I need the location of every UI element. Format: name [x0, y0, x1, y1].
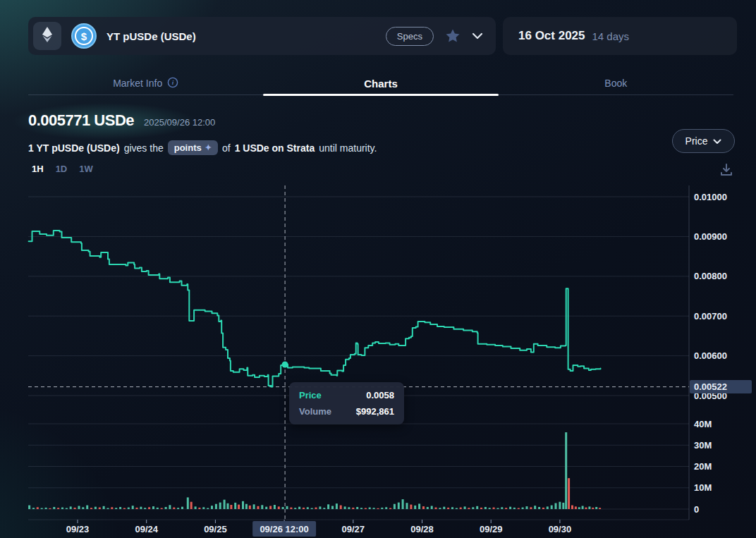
specs-button[interactable]: Specs: [386, 27, 434, 46]
market-title: YT pUSDe (USDe): [106, 30, 196, 42]
tab-book[interactable]: Book: [499, 72, 733, 94]
svg-text:0.00600: 0.00600: [694, 350, 727, 361]
tooltip-volume-value: $992,861: [356, 406, 394, 417]
metric-dropdown[interactable]: Price: [672, 129, 735, 153]
range-1h[interactable]: 1H: [32, 164, 44, 174]
tooltip-volume-label: Volume: [299, 406, 331, 417]
tooltip-price-label: Price: [299, 390, 322, 401]
svg-text:0.00522: 0.00522: [694, 381, 727, 392]
price-timestamp: 2025/09/26 12:00: [144, 117, 215, 128]
svg-text:20M: 20M: [694, 461, 712, 472]
svg-text:0.00800: 0.00800: [694, 271, 727, 281]
range-1d[interactable]: 1D: [56, 164, 68, 174]
usde-coin-icon: $: [71, 23, 97, 49]
favorite-star-icon[interactable]: [445, 28, 461, 44]
svg-text:09/30: 09/30: [549, 524, 572, 534]
chart-tooltip: Price 0.0058 Volume $992,861: [289, 382, 404, 424]
price-volume-chart[interactable]: 0.010000.009000.008000.007000.006000.005…: [0, 182, 756, 538]
svg-text:09/26 12:00: 09/26 12:00: [260, 524, 308, 534]
maturity-days-left: 14 days: [592, 30, 630, 42]
svg-text:40M: 40M: [694, 419, 712, 429]
range-1w[interactable]: 1W: [79, 164, 93, 174]
chevron-down-icon[interactable]: [472, 30, 483, 42]
svg-text:0: 0: [694, 504, 699, 515]
chevron-down-icon: [713, 135, 721, 147]
svg-text:0.00700: 0.00700: [694, 311, 727, 322]
svg-text:30M: 30M: [694, 440, 712, 451]
sparkle-icon: ✦: [205, 143, 212, 152]
dollar-symbol: $: [75, 27, 93, 45]
svg-text:09/24: 09/24: [135, 524, 158, 534]
svg-text:09/29: 09/29: [480, 524, 503, 534]
price-header: 0.005771 USDe 2025/09/26 12:00: [28, 111, 215, 130]
download-icon[interactable]: [719, 163, 733, 180]
svg-text:10M: 10M: [694, 482, 712, 493]
tab-market-info[interactable]: Market Info i: [28, 72, 263, 94]
market-description: 1 YT pUSDe (USDe) gives the points ✦ of …: [28, 140, 377, 155]
svg-text:09/25: 09/25: [204, 524, 227, 534]
info-icon[interactable]: i: [167, 77, 178, 90]
svg-text:0.00900: 0.00900: [694, 231, 727, 242]
tooltip-price-value: 0.0058: [366, 390, 394, 401]
svg-text:i: i: [172, 79, 174, 86]
market-header-card: $ YT pUSDe (USDe) Specs: [28, 17, 496, 55]
svg-text:0.01000: 0.01000: [694, 192, 727, 202]
tab-charts[interactable]: Charts: [263, 72, 498, 94]
range-selector: 1H 1D 1W: [32, 164, 93, 174]
maturity-card: 16 Oct 2025 14 days: [503, 17, 737, 55]
svg-text:09/27: 09/27: [342, 524, 365, 534]
tab-bar: Market Info i Charts Book: [28, 72, 733, 95]
svg-text:09/28: 09/28: [410, 524, 434, 534]
ethereum-icon: [42, 26, 53, 46]
network-button[interactable]: [33, 22, 61, 50]
points-badge[interactable]: points ✦: [168, 140, 218, 155]
maturity-date: 16 Oct 2025: [518, 29, 585, 43]
current-price: 0.005771 USDe: [28, 111, 134, 130]
svg-text:09/23: 09/23: [66, 524, 90, 534]
